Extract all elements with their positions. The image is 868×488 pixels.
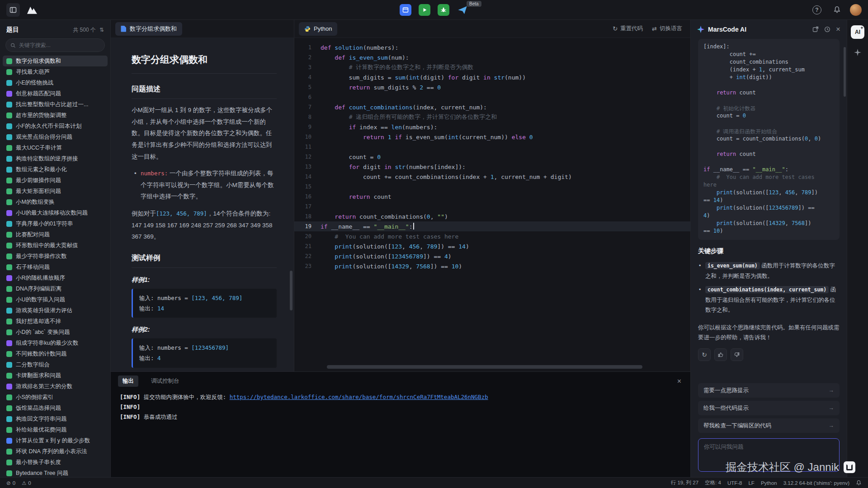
language-tab[interactable]: Python <box>299 22 337 36</box>
code-line[interactable]: 6 <box>294 92 690 102</box>
problem-list-item[interactable]: 饭馆菜品选择问题 <box>3 403 108 413</box>
code-area[interactable]: 1def solution(numbers):2 def is_even_sum… <box>294 38 690 371</box>
problem-list-item[interactable]: 环状 DNA 序列的最小表示法 <box>3 446 108 457</box>
problem-list-item[interactable]: 小U的最大连续移动次数问题 <box>3 207 108 218</box>
build-settings-button[interactable] <box>400 4 411 16</box>
code-line[interactable]: 23 print(solution([14329, 7568]) == 10) <box>294 261 690 271</box>
ai-close-button[interactable]: × <box>836 25 840 34</box>
sort-icon[interactable]: ⇅ <box>99 27 104 33</box>
code-line[interactable]: 8 # 递归组合所有可能的数字，并计算它们的各位数字之和 <box>294 112 690 122</box>
problem-list-item[interactable]: 创意标题匹配问题 <box>3 88 108 99</box>
problem-list-item[interactable]: 寻找最大葫芦 <box>3 66 108 77</box>
status-segment[interactable]: LF <box>748 480 754 486</box>
problem-list-item[interactable]: 补给站最优花费问题 <box>3 424 108 435</box>
problem-scrollbar[interactable] <box>290 271 292 310</box>
code-line[interactable]: 4 sum_digits = sum(int(digit) for digit … <box>294 72 690 82</box>
help-button[interactable]: ? <box>810 3 824 17</box>
problem-list-item[interactable]: 数组元素之和最小化 <box>3 164 108 175</box>
code-line[interactable]: 3 # 计算数字的各位数字之和，并判断是否为偶数 <box>294 62 690 72</box>
problem-list-item[interactable]: 观光景点组合得分问题 <box>3 131 108 142</box>
suggestion-button[interactable]: 帮我检查一下编辑区的代码→ <box>698 418 840 433</box>
search-box[interactable] <box>5 38 105 52</box>
status-segment[interactable]: UTF-8 <box>727 480 742 486</box>
suggestion-button[interactable]: 需要一点思路提示→ <box>698 383 840 398</box>
problem-list-item[interactable]: 最大UCC子串计算 <box>3 142 108 153</box>
code-line[interactable]: 13 for digit in str(numbers[index]): <box>294 162 690 172</box>
editor-hscrollbar[interactable] <box>327 365 642 369</box>
status-bell-icon[interactable] <box>856 480 862 486</box>
problem-list-item[interactable]: 数字分组求偶数和 <box>3 56 108 66</box>
code-line[interactable]: 7 def count_combinations(index, current_… <box>294 102 690 112</box>
open-in-window-button[interactable] <box>812 26 819 33</box>
code-line[interactable]: 5 return sum_digits % 2 == 0 <box>294 82 690 92</box>
console-tab[interactable]: 调试控制台 <box>146 375 184 387</box>
suggestion-button[interactable]: 给我一些代码提示→ <box>698 401 840 415</box>
problem-list-item[interactable]: 比赛配对问题 <box>3 229 108 240</box>
problem-list-item[interactable]: 字典序最小的01字符串 <box>3 218 108 229</box>
run-button[interactable] <box>419 4 430 16</box>
problem-list-item[interactable]: 不同账数的计数问题 <box>3 348 108 359</box>
status-segment[interactable]: 3.12.2 64-bit ('shims': pyenv) <box>783 480 849 486</box>
status-segment[interactable]: 空格: 4 <box>705 479 721 486</box>
problem-list-item[interactable]: 小S的倒排索引 <box>3 392 108 403</box>
problem-list-item[interactable]: 小R的随机播放顺序 <box>3 272 108 283</box>
status-indicator[interactable]: ⚠0 <box>22 480 31 486</box>
problem-list-item[interactable]: 卡牌翻面求和问题 <box>3 370 108 381</box>
problem-list-item[interactable]: 小E的怪物挑战 <box>3 77 108 88</box>
debug-button[interactable] <box>438 4 449 16</box>
code-line[interactable]: 9 if index == len(numbers): <box>294 122 690 132</box>
problem-list-item[interactable]: 小U的数字插入问题 <box>3 294 108 305</box>
problem-list-item[interactable]: 环形数组中的最大贡献值 <box>3 240 108 251</box>
status-segment[interactable]: 行 19, 列 27 <box>671 479 698 486</box>
search-input[interactable] <box>19 42 100 48</box>
user-avatar[interactable] <box>850 4 862 16</box>
problem-list-item[interactable]: 小M的数组变换 <box>3 197 108 207</box>
ai-input-box[interactable] <box>698 438 840 472</box>
status-segment[interactable]: Python <box>761 480 777 486</box>
problem-tab[interactable]: 数字分组求偶数和 <box>115 22 182 36</box>
problem-list-item[interactable]: 最少字符串操作次数 <box>3 251 108 262</box>
problem-list-item[interactable]: 最小替换子串长度 <box>3 457 108 468</box>
marscode-logo[interactable] <box>25 5 39 15</box>
console-close-button[interactable]: × <box>675 377 683 385</box>
sidebar-toggle-button[interactable] <box>6 3 20 17</box>
problem-list-item[interactable]: 小D的 `abc` 变换问题 <box>3 327 108 338</box>
switch-language-button[interactable]: ⇄ 切换语言 <box>652 25 682 33</box>
problem-list-item[interactable]: 构造回文字符串问题 <box>3 413 108 424</box>
code-line[interactable]: 22 print(solution([123456789]) == 4) <box>294 251 690 261</box>
code-line[interactable]: 2 def is_even_sum(num): <box>294 52 690 62</box>
problem-list-item[interactable]: 超市里的货物架调整 <box>3 110 108 121</box>
code-line[interactable]: 10 return 1 if is_even_sum(int(current_n… <box>294 132 690 142</box>
code-line[interactable]: 11 <box>294 142 690 152</box>
problem-list-item[interactable]: Bytedance Tree 问题 <box>3 468 108 477</box>
code-line[interactable]: 15 <box>294 182 690 192</box>
problem-list-item[interactable]: 我好想逃却逃不掉 <box>3 316 108 327</box>
ai-scrollbar[interactable] <box>844 47 846 97</box>
problem-list-item[interactable]: 二分数字组合 <box>3 359 108 370</box>
plugin-icon[interactable] <box>851 46 864 59</box>
problem-list-item[interactable]: 石子移动问题 <box>3 262 108 272</box>
console-tab[interactable]: 输出 <box>118 375 138 387</box>
console-link[interactable]: https://bytedance.larkoffice.com/share/b… <box>230 394 488 400</box>
regenerate-button[interactable]: ↻ <box>698 348 711 361</box>
reset-code-button[interactable]: ↻ 重置代码 <box>613 25 643 33</box>
thumbs-down-button[interactable] <box>731 348 743 361</box>
history-button[interactable] <box>824 26 830 33</box>
problem-list-item[interactable]: 游戏排名第三大的分数 <box>3 381 108 392</box>
code-line[interactable]: 18 return count_combinations(0, "") <box>294 211 690 221</box>
code-line[interactable]: 19if __name__ == "__main__": <box>294 221 690 231</box>
problem-list-item[interactable]: 小F的永久代币卡回本计划 <box>3 121 108 131</box>
code-line[interactable]: 14 count += count_combinations(index + 1… <box>294 172 690 182</box>
problem-list-item[interactable]: DNA序列编辑距离 <box>3 283 108 294</box>
code-line[interactable]: 16 return count <box>294 192 690 202</box>
code-line[interactable]: 20 # You can add more test cases here <box>294 231 690 241</box>
problem-list-item[interactable]: 找出整型数组中占比超过一... <box>3 99 108 110</box>
status-indicator[interactable]: ⊘0 <box>6 480 15 486</box>
code-line[interactable]: 17 <box>294 202 690 211</box>
problem-list-item[interactable]: 最少前缀操作问题 <box>3 175 108 186</box>
code-line[interactable]: 21 print(solution([123, 456, 789]) == 14… <box>294 241 690 251</box>
code-line[interactable]: 12 count = 0 <box>294 152 690 162</box>
problem-list-item[interactable]: 组成字符串ku的最少次数 <box>3 338 108 348</box>
ai-assistant-icon[interactable]: AI <box>851 25 864 39</box>
problem-list-item[interactable]: 最大矩形面积问题 <box>3 186 108 197</box>
